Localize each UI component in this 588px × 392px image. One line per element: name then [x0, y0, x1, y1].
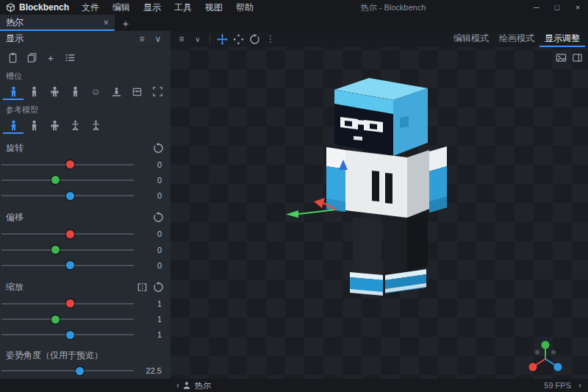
- slot-head-button[interactable]: [126, 84, 147, 100]
- ref-slim-player-button[interactable]: [24, 118, 44, 134]
- slot-fixed-button[interactable]: [147, 84, 168, 100]
- ref-small-armor-stand-button[interactable]: [85, 118, 106, 134]
- slot-firstperson-right-button[interactable]: [44, 84, 65, 100]
- offset-z-slider[interactable]: [1, 257, 137, 273]
- link-scales-icon[interactable]: [134, 279, 150, 294]
- pose-angle-slider[interactable]: [1, 363, 137, 379]
- person-icon: [29, 86, 40, 97]
- person-icon: [29, 120, 40, 131]
- tab-model[interactable]: 热尔 ×: [0, 15, 115, 31]
- frame-icon: [152, 86, 163, 97]
- minimize-button[interactable]: ─: [526, 0, 547, 15]
- scale-y-value[interactable]: 1: [137, 315, 171, 324]
- cube-logo-icon: [6, 3, 15, 13]
- toggle-panel-icon[interactable]: [569, 50, 585, 65]
- viewport-canvas[interactable]: [171, 31, 588, 379]
- app-logo[interactable]: Blockbench: [0, 2, 75, 13]
- toolbar-chevron-down-icon[interactable]: ∨: [190, 32, 206, 46]
- mode-switcher: 编辑模式 绘画模式 显示调整: [448, 31, 585, 47]
- rotation-z-value[interactable]: 0: [137, 191, 171, 200]
- rotation-x-value[interactable]: 0: [137, 160, 171, 169]
- next-icon[interactable]: ›: [576, 380, 584, 391]
- move-tool-icon[interactable]: [214, 32, 230, 46]
- ref-zombie-button[interactable]: [44, 118, 65, 134]
- axis-orientation-gizmo[interactable]: [529, 341, 562, 371]
- app-name: Blockbench: [19, 2, 69, 13]
- tab-label: 热尔: [6, 16, 98, 29]
- reference-model-row: [0, 116, 171, 134]
- rotation-z-slider[interactable]: [1, 188, 137, 204]
- pose-angle-value[interactable]: 22.5: [137, 366, 171, 375]
- offset-x-slider[interactable]: [1, 227, 137, 242]
- offset-x-value[interactable]: 0: [137, 229, 171, 238]
- slot-thirdperson-right-button[interactable]: [3, 84, 24, 100]
- bust-icon: [182, 381, 191, 390]
- prev-model-icon[interactable]: ‹: [173, 380, 182, 391]
- menu-edit[interactable]: 编辑: [106, 1, 137, 14]
- slot-label: 槽位: [0, 66, 171, 82]
- ref-player-button[interactable]: [3, 118, 24, 134]
- preset-list-icon[interactable]: [60, 49, 79, 65]
- pivot-tool-icon[interactable]: [230, 32, 246, 46]
- display-toolbar: +: [0, 47, 171, 66]
- display-panel: 显示 ≡ ∨ + 槽位 ☺ 参考模型: [0, 31, 171, 379]
- person-icon: [8, 120, 19, 131]
- scale-y-slider[interactable]: [1, 312, 137, 327]
- copy-icon[interactable]: [22, 49, 41, 65]
- scale-x-value[interactable]: 1: [137, 299, 171, 308]
- offset-y-slider[interactable]: [1, 242, 137, 257]
- person-arms-icon: [49, 86, 60, 97]
- slot-firstperson-left-button[interactable]: [65, 84, 85, 100]
- scale-z-slider[interactable]: [1, 327, 137, 343]
- menu-view[interactable]: 显示: [137, 1, 168, 14]
- panel-collapse-icon[interactable]: ∨: [150, 32, 166, 46]
- close-button[interactable]: ×: [567, 0, 588, 15]
- minecraft-character: [326, 78, 447, 296]
- reset-scale-button[interactable]: [150, 279, 166, 294]
- reset-offset-button[interactable]: [150, 210, 166, 225]
- scale-x-slider[interactable]: [1, 296, 137, 311]
- ref-armor-stand-button[interactable]: [65, 118, 85, 134]
- offset-y-value[interactable]: 0: [137, 246, 171, 254]
- toolbar-menu-icon[interactable]: ≡: [173, 32, 190, 46]
- armor-stand-icon: [70, 120, 81, 131]
- mode-paint[interactable]: 绘画模式: [494, 31, 539, 47]
- scale-z-value[interactable]: 1: [137, 330, 171, 339]
- menu-help[interactable]: 帮助: [229, 1, 260, 14]
- rotation-x-slider[interactable]: [1, 157, 137, 172]
- slot-thirdperson-left-button[interactable]: [24, 84, 44, 100]
- menu-file[interactable]: 文件: [75, 1, 106, 14]
- display-slot-row: ☺: [0, 82, 171, 100]
- ground-icon: [111, 86, 122, 97]
- reset-rotation-button[interactable]: [150, 140, 166, 155]
- model-selector[interactable]: 热尔: [182, 380, 211, 391]
- new-tab-button[interactable]: +: [115, 15, 137, 31]
- maximize-button[interactable]: □: [547, 0, 567, 15]
- viewport-toolbar: ≡ ∨ ⋮ 编辑模式 绘画模式 显示调整: [171, 31, 588, 47]
- rotation-y-slider[interactable]: [1, 172, 137, 188]
- menu-tools[interactable]: 工具: [168, 1, 198, 14]
- mode-display[interactable]: 显示调整: [539, 31, 585, 47]
- paste-icon[interactable]: [3, 49, 22, 65]
- chest-icon: [132, 86, 143, 97]
- slot-gui-button[interactable]: ☺: [85, 84, 106, 100]
- tab-close-icon[interactable]: ×: [103, 17, 109, 28]
- slot-ground-button[interactable]: [106, 84, 126, 100]
- pose-angle-label: 姿势角度（仅用于预览）: [6, 349, 166, 362]
- offset-z-value[interactable]: 0: [137, 261, 171, 270]
- panel-title: 显示: [6, 32, 24, 45]
- viewport[interactable]: ≡ ∨ ⋮ 编辑模式 绘画模式 显示调整: [171, 31, 588, 379]
- rotation-y-value[interactable]: 0: [137, 176, 171, 185]
- screenshot-icon[interactable]: [553, 50, 569, 65]
- rotation-label: 旋转: [6, 142, 150, 154]
- person-icon: [70, 86, 81, 97]
- more-tools-icon[interactable]: ⋮: [262, 32, 279, 46]
- mode-edit[interactable]: 编辑模式: [448, 31, 494, 47]
- add-preset-icon[interactable]: +: [41, 49, 60, 65]
- status-bar: ‹ 热尔 59 FPS ›: [0, 379, 588, 392]
- reference-model-label: 参考模型: [0, 100, 171, 116]
- rotate-view-icon[interactable]: [246, 32, 262, 46]
- menu-viewport[interactable]: 视图: [198, 1, 229, 14]
- viewport-corner-tools: [553, 50, 585, 65]
- panel-menu-icon[interactable]: ≡: [134, 32, 150, 46]
